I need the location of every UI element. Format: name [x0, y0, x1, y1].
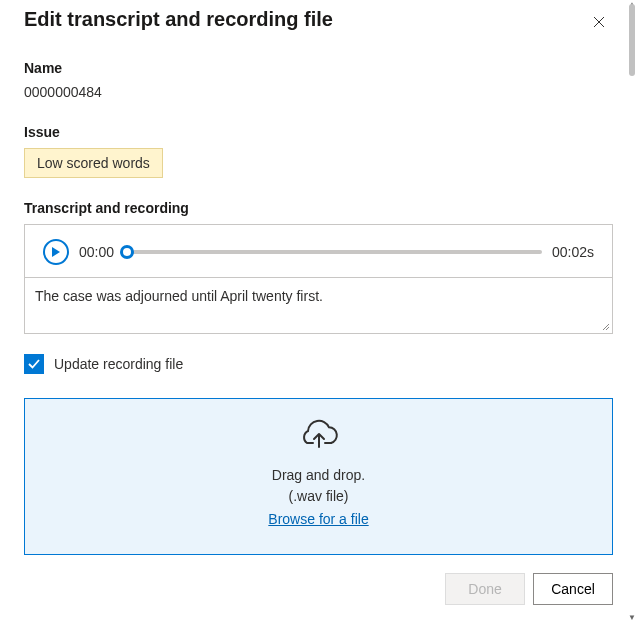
audio-player: 00:00 00:02s [25, 225, 612, 277]
seek-track[interactable] [124, 250, 542, 254]
edit-transcript-dialog: ▲ ▼ Edit transcript and recording file N… [0, 0, 637, 622]
seek-thumb[interactable] [120, 245, 134, 259]
play-icon [51, 246, 61, 258]
file-dropzone[interactable]: Drag and drop. (.wav file) Browse for a … [24, 398, 613, 555]
cancel-button[interactable]: Cancel [533, 573, 613, 605]
duration-time: 00:02s [552, 244, 594, 260]
update-recording-label: Update recording file [54, 356, 183, 372]
transcript-label: Transcript and recording [24, 200, 613, 216]
upload-cloud-icon [35, 419, 602, 453]
checkmark-icon [27, 357, 41, 371]
transcript-box: 00:00 00:02s The case was adjourned unti… [24, 224, 613, 334]
dialog-title: Edit transcript and recording file [24, 8, 333, 31]
name-value: 0000000484 [24, 84, 613, 100]
close-icon [593, 16, 605, 28]
scroll-down-arrow[interactable]: ▼ [628, 613, 636, 622]
current-time: 00:00 [79, 244, 114, 260]
done-button: Done [445, 573, 525, 605]
issue-label: Issue [24, 124, 613, 140]
play-button[interactable] [43, 239, 69, 265]
vertical-scrollbar[interactable] [629, 4, 635, 76]
close-button[interactable] [585, 8, 613, 36]
update-recording-checkbox[interactable] [24, 354, 44, 374]
browse-file-link[interactable]: Browse for a file [268, 511, 368, 527]
dropzone-text-line1: Drag and drop. [35, 465, 602, 486]
resize-handle-icon[interactable] [600, 321, 610, 331]
issue-tag: Low scored words [24, 148, 163, 178]
transcript-textarea[interactable]: The case was adjourned until April twent… [25, 277, 612, 333]
name-label: Name [24, 60, 613, 76]
dropzone-text-line2: (.wav file) [35, 486, 602, 507]
